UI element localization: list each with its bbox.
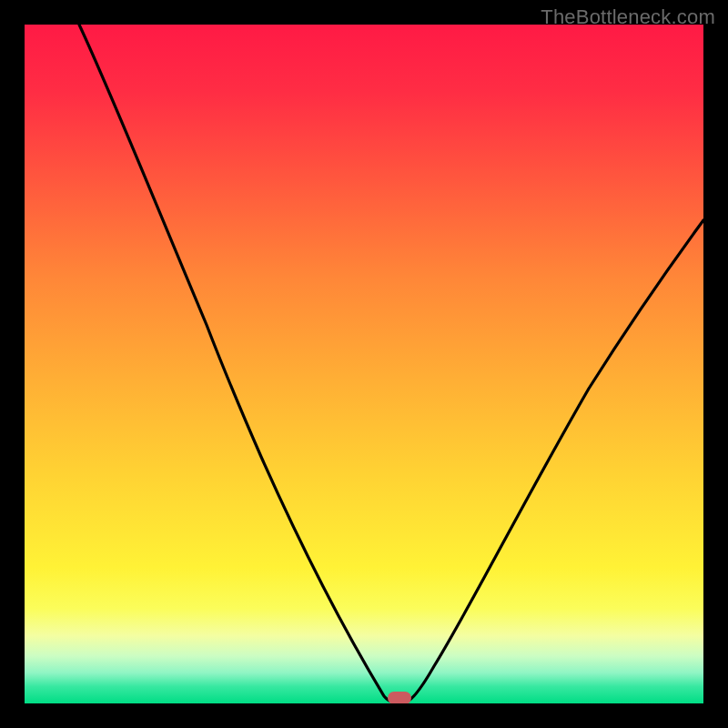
curve-path xyxy=(79,25,703,702)
plot-area xyxy=(25,25,703,703)
min-marker xyxy=(388,692,411,703)
chart-stage: TheBottleneck.com xyxy=(0,0,728,728)
bottleneck-curve xyxy=(25,25,703,703)
watermark-text: TheBottleneck.com xyxy=(541,5,715,29)
